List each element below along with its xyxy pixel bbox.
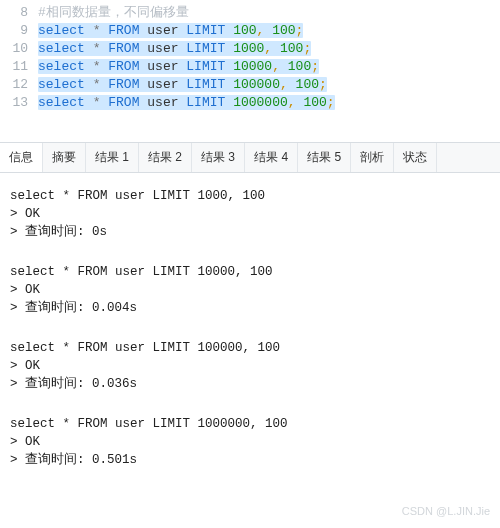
output-status: > OK xyxy=(10,433,490,451)
output-query: select * FROM user LIMIT 10000, 100 xyxy=(10,263,490,281)
output-group: select * FROM user LIMIT 1000, 100> OK> … xyxy=(10,187,490,241)
code-content[interactable]: #相同数据量，不同偏移量 xyxy=(38,4,189,22)
code-line[interactable]: 9select * FROM user LIMIT 100, 100; xyxy=(0,22,500,40)
tab-3[interactable]: 结果 2 xyxy=(139,143,192,172)
output-time: > 查询时间: 0.501s xyxy=(10,451,490,469)
line-number: 8 xyxy=(0,4,38,22)
output-status: > OK xyxy=(10,357,490,375)
line-number: 10 xyxy=(0,40,38,58)
code-content[interactable]: select * FROM user LIMIT 100000, 100; xyxy=(38,76,327,94)
output-group: select * FROM user LIMIT 1000000, 100> O… xyxy=(10,415,490,469)
watermark: CSDN @L.JIN.Jie xyxy=(0,499,500,525)
output-status: > OK xyxy=(10,205,490,223)
output-query: select * FROM user LIMIT 1000000, 100 xyxy=(10,415,490,433)
line-number: 9 xyxy=(0,22,38,40)
tab-2[interactable]: 结果 1 xyxy=(86,143,139,172)
output-status: > OK xyxy=(10,281,490,299)
code-line[interactable]: 10select * FROM user LIMIT 1000, 100; xyxy=(0,40,500,58)
tab-8[interactable]: 状态 xyxy=(394,143,437,172)
tab-6[interactable]: 结果 5 xyxy=(298,143,351,172)
output-group: select * FROM user LIMIT 10000, 100> OK>… xyxy=(10,263,490,317)
output-group: select * FROM user LIMIT 100000, 100> OK… xyxy=(10,339,490,393)
code-line[interactable]: 12select * FROM user LIMIT 100000, 100; xyxy=(0,76,500,94)
code-content[interactable]: select * FROM user LIMIT 1000000, 100; xyxy=(38,94,335,112)
code-line[interactable]: 11select * FROM user LIMIT 10000, 100; xyxy=(0,58,500,76)
result-tabs: 信息摘要结果 1结果 2结果 3结果 4结果 5剖析状态 xyxy=(0,142,500,173)
message-output: select * FROM user LIMIT 1000, 100> OK> … xyxy=(0,173,500,499)
tab-4[interactable]: 结果 3 xyxy=(192,143,245,172)
code-line[interactable]: 8#相同数据量，不同偏移量 xyxy=(0,4,500,22)
code-line[interactable]: 13select * FROM user LIMIT 1000000, 100; xyxy=(0,94,500,112)
code-content[interactable]: select * FROM user LIMIT 10000, 100; xyxy=(38,58,319,76)
output-time: > 查询时间: 0s xyxy=(10,223,490,241)
tab-1[interactable]: 摘要 xyxy=(43,143,86,172)
output-query: select * FROM user LIMIT 100000, 100 xyxy=(10,339,490,357)
sql-editor[interactable]: 8#相同数据量，不同偏移量9select * FROM user LIMIT 1… xyxy=(0,0,500,142)
code-content[interactable]: select * FROM user LIMIT 100, 100; xyxy=(38,22,303,40)
tab-5[interactable]: 结果 4 xyxy=(245,143,298,172)
output-query: select * FROM user LIMIT 1000, 100 xyxy=(10,187,490,205)
code-content[interactable]: select * FROM user LIMIT 1000, 100; xyxy=(38,40,311,58)
tab-0[interactable]: 信息 xyxy=(0,143,43,172)
line-number: 13 xyxy=(0,94,38,112)
tab-7[interactable]: 剖析 xyxy=(351,143,394,172)
output-time: > 查询时间: 0.036s xyxy=(10,375,490,393)
line-number: 12 xyxy=(0,76,38,94)
output-time: > 查询时间: 0.004s xyxy=(10,299,490,317)
line-number: 11 xyxy=(0,58,38,76)
